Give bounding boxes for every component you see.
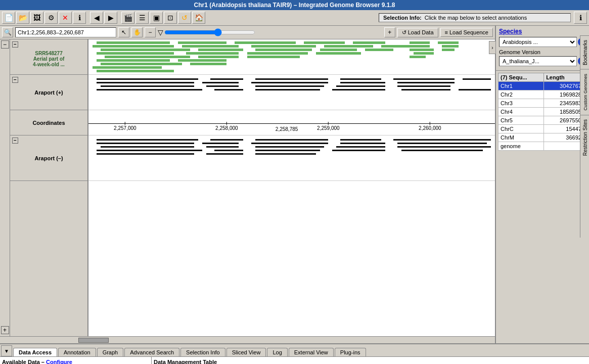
selection-info-bar: Selection Info: Click the map below to s… xyxy=(379,13,571,22)
horizontal-scrollbar[interactable] xyxy=(0,336,495,343)
open-button[interactable]: 📂 xyxy=(16,12,29,24)
zoom-in-btn[interactable]: + xyxy=(384,27,395,37)
species-title: Species xyxy=(499,28,586,35)
sequence-row[interactable]: Chr219698289 xyxy=(499,90,587,99)
bottom-tabs: ▼ Data Access Annotation Graph Advanced … xyxy=(0,344,589,357)
add-track-btn[interactable]: + xyxy=(1,326,9,334)
bottom-content: Available Data – Configure ▶ ≡ RNA-Seq (… xyxy=(0,357,589,364)
pan-mode-btn[interactable]: ✋ xyxy=(131,27,143,37)
species-select[interactable]: Arabidopsis ... xyxy=(499,37,577,47)
sequence-row[interactable]: Chr130427671 xyxy=(499,82,587,90)
tab-external-view[interactable]: External View xyxy=(289,348,334,356)
back-button[interactable]: ◀ xyxy=(90,12,103,24)
seq-name: ChrM xyxy=(499,133,544,142)
snapshot-button[interactable]: 🖼 xyxy=(30,12,43,24)
data-mgmt-title: Data Management Table xyxy=(154,359,587,364)
srr-collapse-btn[interactable]: − xyxy=(12,41,18,48)
new-button[interactable]: 📄 xyxy=(2,12,15,24)
scroll-thumb[interactable] xyxy=(78,338,109,343)
seq-name: Chr4 xyxy=(499,108,544,116)
coordinates-label-text: Coordinates xyxy=(32,120,65,126)
seq-name: ChrC xyxy=(499,125,544,133)
zoom-slider[interactable] xyxy=(164,28,255,36)
seq-name: genome xyxy=(499,142,544,151)
track-content[interactable]: 2,257,000 2,258,000 2,259,000 2,260,000 xyxy=(88,39,495,336)
select-mode-button[interactable]: ▣ xyxy=(150,12,163,24)
coord-tick-1: 2,257,000 xyxy=(114,122,137,131)
araport-plus-track[interactable] xyxy=(88,75,495,110)
coord-tooltip: 2,258,785 xyxy=(276,126,298,132)
tab-sliced-view[interactable]: Sliced View xyxy=(226,348,266,356)
tab-graph[interactable]: Graph xyxy=(97,348,124,356)
araport-minus-collapse-btn[interactable]: − xyxy=(12,138,18,144)
tab-advanced-search[interactable]: Advanced Search xyxy=(124,348,179,356)
tab-data-access[interactable]: Data Access xyxy=(13,348,57,356)
right-panel: › Species Arabidopsis ... ▶ Genome Versi… xyxy=(495,26,589,343)
refresh-icon: ↺ xyxy=(402,29,406,36)
help-button[interactable]: ℹ xyxy=(574,12,587,24)
araport-plus-collapse-btn[interactable]: − xyxy=(12,77,18,83)
available-data-panel: Available Data – Configure ▶ ≡ RNA-Seq (… xyxy=(0,357,152,364)
sliced-button[interactable]: ☰ xyxy=(135,12,149,24)
info-button[interactable]: ℹ xyxy=(73,12,86,24)
search-icon-btn[interactable]: 🔍 xyxy=(2,27,13,37)
seq-name: Chr1 xyxy=(499,82,544,90)
seq-name: Chr2 xyxy=(499,90,544,99)
genome-dropdown-row: A_thaliana_J... ▶ xyxy=(499,56,586,66)
configure-link[interactable]: Configure xyxy=(46,359,72,364)
load-data-button[interactable]: ↺ Load Data xyxy=(397,28,438,37)
data-management-panel: Data Management Table FG BG +/– Load Mod… xyxy=(152,357,589,364)
genome-select[interactable]: A_thaliana_J... xyxy=(499,56,577,66)
araport-minus-label-text: Araport (–) xyxy=(34,155,63,161)
selection-info-text: Click the map below to select annotation… xyxy=(425,15,527,21)
bookmarks-tab[interactable]: Bookmarks xyxy=(580,35,589,69)
seq-name: Chr5 xyxy=(499,116,544,125)
close-button[interactable]: ✕ xyxy=(59,12,72,24)
sequence-table: (7) Sequ... Length Chr130427671Chr219698… xyxy=(498,73,587,151)
custom-genomes-tab[interactable]: Custom Genomes xyxy=(580,69,589,115)
seq-col-name: (7) Sequ... xyxy=(499,73,544,82)
srr-track-label: − SRR548277Aerial part of4-week-old ... xyxy=(10,39,87,75)
tab-annotation[interactable]: Annotation xyxy=(58,348,96,356)
toolbar: 📄 📂 🖼 ⚙ ✕ ℹ ◀ ▶ 🎬 ☰ ▣ ⊡ ↺ 🏠 Selection In… xyxy=(0,10,589,26)
track-labels: − SRR548277Aerial part of4-week-old ... … xyxy=(10,39,88,336)
araport-plus-label-text: Araport (+) xyxy=(34,89,63,96)
species-section: Species Arabidopsis ... ▶ Genome Version… xyxy=(496,26,589,71)
cursor-mode-btn[interactable]: ↖ xyxy=(118,27,129,37)
araport-minus-reads xyxy=(88,136,495,179)
zoom-fit-button[interactable]: ⊡ xyxy=(164,12,177,24)
sequence-table-section: (7) Sequ... Length Chr130427671Chr219698… xyxy=(496,71,589,153)
sequence-row[interactable]: Chr418585056 xyxy=(499,108,587,116)
settings-button[interactable]: ⚙ xyxy=(44,12,58,24)
forward-button[interactable]: ▶ xyxy=(104,12,117,24)
sequence-row[interactable]: ChrM366924 xyxy=(499,133,587,142)
zoom-marker-icon: ▽ xyxy=(158,28,163,36)
home-button[interactable]: 🏠 xyxy=(192,12,205,24)
srr-reads xyxy=(88,40,495,73)
sequence-row[interactable]: Chr526975502 xyxy=(499,116,587,125)
coordinates-track-label: Coordinates xyxy=(10,110,87,135)
srr-track[interactable] xyxy=(88,39,495,75)
zoom-slider-area: ▽ xyxy=(158,28,382,36)
refresh-button[interactable]: ↺ xyxy=(178,12,191,24)
video-button[interactable]: 🎬 xyxy=(121,12,134,24)
nav-bar: 🔍 ↖ ✋ − ▽ + ↺ Load Data ≡ Load Sequence xyxy=(0,26,495,39)
track-area: − + − SRR548277Aerial part of4-week-old … xyxy=(0,39,495,336)
araport-minus-track[interactable] xyxy=(88,135,495,181)
remove-track-btn[interactable]: − xyxy=(1,40,9,49)
tab-selection-info[interactable]: Selection Info xyxy=(180,348,225,356)
window-title: Chr1 (Arabidopsis thaliana TAIR9) – Inte… xyxy=(194,2,395,9)
sequence-row[interactable]: Chr323459830 xyxy=(499,99,587,108)
genome-search-input[interactable] xyxy=(15,27,116,37)
zoom-out-btn[interactable]: − xyxy=(145,27,156,37)
sequence-row[interactable]: ChrC154478 xyxy=(499,125,587,133)
tab-plugins[interactable]: Plug-ins xyxy=(335,348,366,356)
araport-minus-track-label: − Araport (–) xyxy=(10,135,87,181)
tab-arrow-btn[interactable]: ▼ xyxy=(1,345,12,356)
expand-right-btn[interactable]: › xyxy=(489,41,496,54)
restriction-sites-tab[interactable]: Restriction Sites xyxy=(580,115,589,160)
load-sequence-button[interactable]: ≡ Load Sequence xyxy=(440,28,493,37)
title-bar: Chr1 (Arabidopsis thaliana TAIR9) – Inte… xyxy=(0,0,589,10)
tab-log[interactable]: Log xyxy=(267,348,287,356)
sequence-row[interactable]: genome xyxy=(499,142,587,151)
